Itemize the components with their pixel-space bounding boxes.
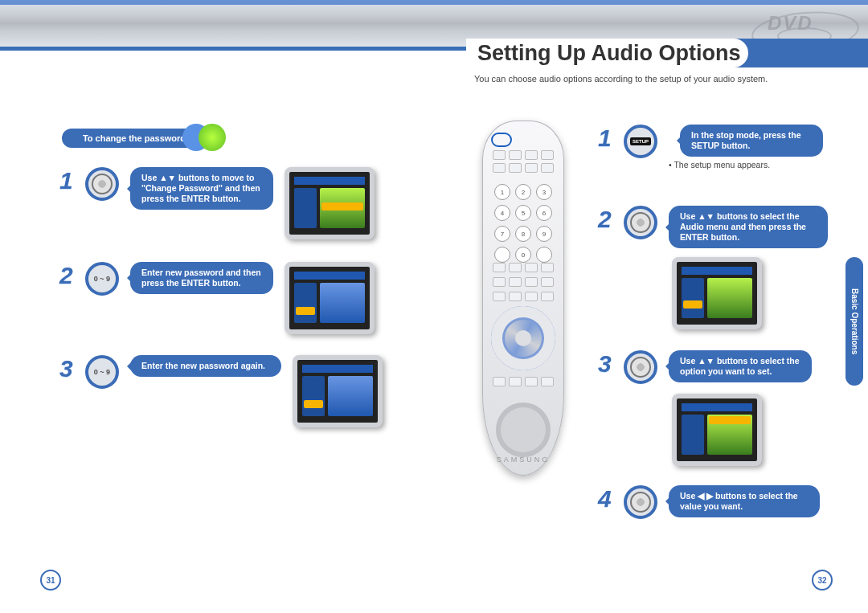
number-keys-icon: 0 ~ 9 xyxy=(85,355,119,389)
left-step-3: 3 0 ~ 9 Enter the new password again. xyxy=(59,355,383,427)
page-number-left: 31 xyxy=(40,570,61,591)
screen-thumbnail xyxy=(285,262,375,334)
dpad-icon xyxy=(624,350,657,384)
remote-row-buttons xyxy=(493,163,554,173)
screen-thumbnail xyxy=(293,355,383,427)
section-tab: Basic Operations xyxy=(845,257,863,386)
step-instruction: Use ◀ ▶ buttons to select the value you … xyxy=(669,485,820,517)
step-number: 4 xyxy=(598,485,624,513)
remote-control: 123 456 789 0 SAMSUNG xyxy=(482,121,564,476)
step-number: 2 xyxy=(59,262,85,289)
step-instruction: Use ▲▼ buttons to move to "Change Passwo… xyxy=(130,167,273,210)
right-step-2: 2 Use ▲▼ buttons to select the Audio men… xyxy=(598,206,828,248)
screen-thumbnail xyxy=(672,394,762,466)
dpad-icon xyxy=(85,167,119,201)
page-number-right: 32 xyxy=(812,570,833,591)
screen-thumbnail xyxy=(285,167,375,239)
remote-row-buttons xyxy=(493,292,554,301)
dvd-logo-text: DVD xyxy=(768,12,813,35)
step-number: 3 xyxy=(59,355,85,382)
step-note: • The setup menu appears. xyxy=(669,160,823,170)
dpad-icon xyxy=(624,485,657,519)
remote-brand: SAMSUNG xyxy=(483,456,563,464)
step-instruction: Use ▲▼ buttons to select the Audio menu … xyxy=(669,206,828,248)
remote-row-buttons xyxy=(493,377,554,386)
screen-thumbnail xyxy=(672,257,762,329)
left-step-1: 1 Use ▲▼ buttons to move to "Change Pass… xyxy=(59,167,375,239)
remote-numpad: 123 456 789 0 xyxy=(494,184,552,263)
jog-wheel-icon xyxy=(496,403,551,457)
step-instruction: In the stop mode, press the SETUP button… xyxy=(680,125,823,157)
power-button-icon xyxy=(491,133,512,147)
dpad-icon xyxy=(624,206,657,239)
step-number: 3 xyxy=(598,350,624,378)
step-number: 1 xyxy=(59,167,85,194)
right-step-1: 1 In the stop mode, press the SETUP butt… xyxy=(598,125,823,170)
number-keys-icon: 0 ~ 9 xyxy=(85,262,119,296)
step-instruction: Enter new password and then press the EN… xyxy=(130,262,273,294)
step-number: 1 xyxy=(598,125,624,152)
page-title-bar: Setting Up Audio Options xyxy=(466,39,868,67)
page-title: Setting Up Audio Options xyxy=(466,39,748,67)
remote-row-buttons xyxy=(493,150,554,160)
remote-row-buttons xyxy=(493,263,554,272)
intro-text: You can choose audio options according t… xyxy=(474,74,768,84)
step-number: 2 xyxy=(598,206,624,233)
remote-row-buttons xyxy=(493,277,554,287)
step-instruction: Enter the new password again. xyxy=(130,355,281,377)
left-step-2: 2 0 ~ 9 Enter new password and then pres… xyxy=(59,262,375,334)
dpad-ring-icon xyxy=(491,306,555,370)
right-step-4: 4 Use ◀ ▶ buttons to select the value yo… xyxy=(598,485,820,519)
right-step-3: 3 Use ▲▼ buttons to select the option yo… xyxy=(598,350,812,384)
step-instruction: Use ▲▼ buttons to select the option you … xyxy=(669,350,812,382)
setup-button-icon xyxy=(624,125,657,158)
